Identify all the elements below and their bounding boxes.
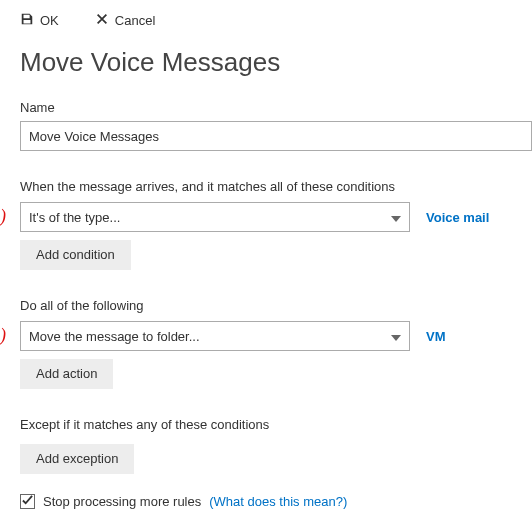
condition-type-select[interactable]: It's of the type...: [20, 202, 410, 232]
chevron-down-icon: [391, 210, 401, 225]
cancel-button[interactable]: Cancel: [95, 12, 155, 29]
close-icon: [95, 12, 109, 29]
name-label: Name: [20, 100, 532, 115]
stop-processing-checkbox[interactable]: [20, 494, 35, 509]
conditions-section: When the message arrives, and it matches…: [20, 179, 532, 270]
page-title: Move Voice Messages: [20, 47, 532, 78]
stop-processing-row: Stop processing more rules (What does th…: [20, 494, 532, 509]
add-condition-button[interactable]: Add condition: [20, 240, 131, 270]
action-value-link[interactable]: VM: [426, 329, 446, 344]
actions-section: Do all of the following ) Move the messa…: [20, 298, 532, 389]
exceptions-heading: Except if it matches any of these condit…: [20, 417, 532, 432]
condition-value-link[interactable]: Voice mail: [426, 210, 489, 225]
save-icon: [20, 12, 34, 29]
what-does-this-mean-link[interactable]: (What does this mean?): [209, 494, 347, 509]
action-type-select[interactable]: Move the message to folder...: [20, 321, 410, 351]
chevron-down-icon: [391, 329, 401, 344]
stop-processing-label: Stop processing more rules: [43, 494, 201, 509]
annotation-mark-icon: ): [0, 206, 6, 227]
annotation-mark-icon: ): [0, 325, 6, 346]
conditions-heading: When the message arrives, and it matches…: [20, 179, 532, 194]
action-select-value: Move the message to folder...: [29, 329, 200, 344]
condition-select-value: It's of the type...: [29, 210, 120, 225]
exceptions-section: Except if it matches any of these condit…: [20, 417, 532, 474]
checkmark-icon: [22, 494, 33, 509]
add-action-button[interactable]: Add action: [20, 359, 113, 389]
name-section: Name: [20, 100, 532, 151]
toolbar: OK Cancel: [20, 12, 532, 29]
ok-label: OK: [40, 13, 59, 28]
actions-heading: Do all of the following: [20, 298, 532, 313]
name-input[interactable]: [20, 121, 532, 151]
cancel-label: Cancel: [115, 13, 155, 28]
ok-button[interactable]: OK: [20, 12, 59, 29]
add-exception-button[interactable]: Add exception: [20, 444, 134, 474]
